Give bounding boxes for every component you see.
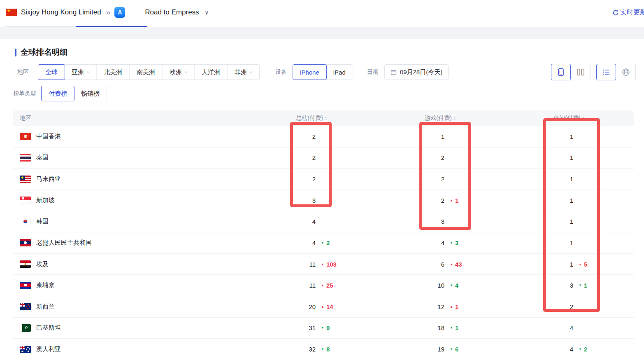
region-tab-5[interactable]: 欧洲≡ [162,65,194,80]
list-type-tab-2[interactable]: 畅销榜 [74,86,107,101]
rank-value: 1 [505,176,573,183]
app-icon [129,7,141,18]
columns-view-button[interactable] [570,64,590,80]
casual-paid-cell: 1 [505,176,634,183]
down-arrow-icon: ▼ [579,283,582,287]
game-paid-cell: 3 [376,218,505,225]
region-tab-7[interactable]: 非洲≡ [227,65,259,80]
region-tab-2[interactable]: 亚洲≡ [65,65,96,80]
rank-delta: 6 [455,346,458,353]
phone-icon [558,68,564,76]
rank-delta: 1 [584,282,587,289]
section-title: 全球排名明细 [15,47,644,58]
rank-delta: 2 [584,346,587,353]
overall-paid-cell: 32▼8 [247,346,376,353]
overall-paid-cell: 2 [247,154,376,161]
page-title: 全球排名明细 [21,47,67,58]
column-header-3[interactable]: 游戏(付费)▲▼ [376,115,505,122]
list-type-label: 榜单类型 [13,90,36,97]
live-update-button[interactable]: 实时更新 [612,8,644,17]
filter-row-list-type: 榜单类型 付费榜畅销榜 [0,86,644,101]
device-tab-1[interactable]: iPhone [293,64,327,80]
submenu-icon[interactable]: ≡ [249,70,252,75]
rank-value: 10 [376,282,444,289]
rank-change-up: ▲5 [573,261,634,268]
submenu-icon[interactable]: ≡ [86,70,89,75]
region-tab-4[interactable]: 南美洲 [129,65,162,80]
down-arrow-icon: ▼ [321,347,324,351]
overall-paid-cell: 11▲25 [247,282,376,289]
up-arrow-icon: ▲ [450,199,453,202]
region-tab-label: 亚洲 [72,68,84,76]
table-row[interactable]: 泰国221 [13,148,634,169]
phone-view-button[interactable] [551,64,571,80]
rank-delta: 4 [455,282,458,289]
up-arrow-icon: ▲ [579,262,582,266]
rank-change-down: ▼9 [316,324,376,331]
country-flag-icon-th [20,154,31,162]
list-type-tab-label: 付费榜 [49,90,67,98]
list-type-tab-1[interactable]: 付费榜 [41,86,74,101]
rank-value: 20 [247,303,316,310]
region-cell: 澳大利亚 [13,345,247,353]
overall-paid-cell: 2 [247,133,376,140]
table-row[interactable]: 柬埔寨11▲2510▼43▼1 [13,275,634,296]
game-paid-cell: 18▼1 [376,324,505,331]
company-name[interactable]: Sixjoy Hong Kong Limited [21,8,101,16]
filter-row-region: 地区 全球亚洲≡北美洲南美洲欧洲≡大洋洲非洲≡ 设备 iPhoneiPad 日期… [0,64,644,80]
column-header-4[interactable]: 休闲(付费)▲▼ [505,115,634,122]
table-row[interactable]: 老挝人民民主共和国4▼24▼31 [13,232,634,254]
table-row[interactable]: 澳大利亚32▼819▼64▼2 [13,339,634,356]
rank-delta: 43 [455,261,462,268]
sort-icon[interactable]: ▲▼ [453,116,456,120]
game-paid-cell: 2▲1 [376,197,505,204]
region-tab-1[interactable]: 全球 [38,64,65,80]
country-flag-icon-hk: ✽ [20,133,31,140]
date-picker[interactable]: 09月28日(今天) [384,64,449,80]
down-arrow-icon: ▼ [321,241,324,245]
down-arrow-icon: ▼ [450,283,453,287]
device-tab-2[interactable]: iPad [326,65,353,80]
region-tab-3[interactable]: 北美洲 [96,65,129,80]
rank-value: 3 [505,282,573,289]
list-view-button[interactable] [596,64,616,80]
rank-delta: 1 [455,324,458,331]
column-header-2[interactable]: 总榜(付费)▲▼ [247,115,376,122]
submenu-icon[interactable]: ≡ [184,70,187,75]
rank-value: 4 [247,218,316,225]
country-flag-icon-my [20,176,31,183]
top-bar: ★ Sixjoy Hong Kong Limited » A Road to E… [0,0,644,27]
column-label: 总榜(付费) [296,115,323,122]
region-cell: ☪巴基斯坦 [13,324,247,332]
region-name: 埃及 [36,260,49,268]
overall-paid-cell: 2 [247,176,376,183]
table-row[interactable]: 新西兰20▲1412▲12 [13,296,634,318]
sort-icon[interactable]: ▲▼ [325,116,328,120]
table-row[interactable]: 埃及11▲1036▲431▲5 [13,254,634,275]
rank-value: 4 [505,324,573,331]
rank-value: 6 [376,261,444,268]
rank-delta: 1 [455,197,458,204]
sort-icon[interactable]: ▲▼ [582,116,585,120]
rank-change-up: ▲43 [444,261,505,268]
rank-delta: 5 [584,261,587,268]
region-filter-label: 地区 [13,68,29,76]
table-row[interactable]: ✽中国香港211 [13,126,634,148]
chevron-down-icon[interactable]: ∨ [205,9,209,16]
rank-value: 11 [247,261,316,268]
region-cell: 泰国 [13,154,247,162]
table-row[interactable]: 新加坡32▲11 [13,190,634,211]
region-tab-6[interactable]: 大洋洲 [194,65,227,80]
table-row[interactable]: 马来西亚221 [13,169,634,190]
region-cell: 新西兰 [13,303,247,311]
rank-value: 19 [376,346,444,353]
table-row[interactable]: 韩国431 [13,211,634,233]
down-arrow-icon: ▼ [321,326,324,330]
table-row[interactable]: ☪巴基斯坦31▼918▼14 [13,318,634,339]
title-accent-bar [15,49,16,56]
rank-change-down: ▼1 [573,282,634,289]
region-cell: ✽中国香港 [13,133,247,141]
app-name[interactable]: Road to Empress [145,8,199,16]
rank-value: 18 [376,324,444,331]
globe-view-button[interactable] [616,64,635,80]
